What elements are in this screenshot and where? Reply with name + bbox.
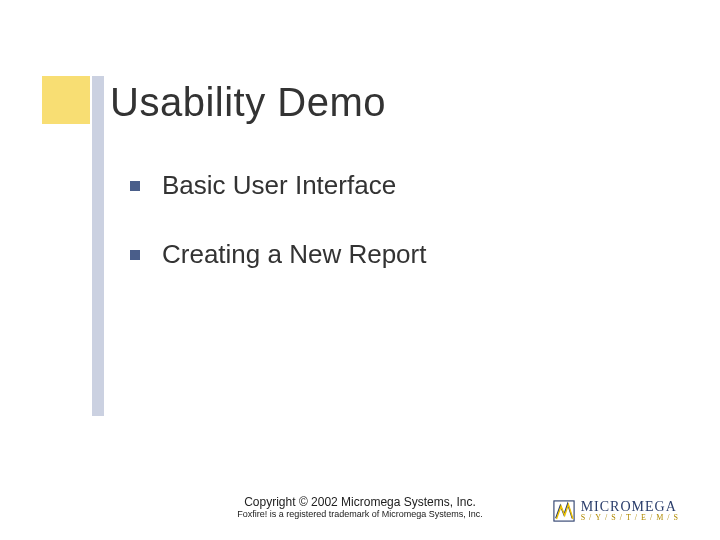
logo-subline: S/Y/S/T/E/M/S: [581, 514, 682, 522]
bullet-list: Basic User Interface Creating a New Repo…: [130, 170, 426, 308]
slide-title: Usability Demo: [110, 80, 386, 125]
title-accent-stripe: [92, 76, 104, 416]
list-item: Creating a New Report: [130, 239, 426, 270]
copyright-line: Copyright © 2002 Micromega Systems, Inc.: [237, 495, 483, 509]
logo-text-block: MICROMEGA S/Y/S/T/E/M/S: [581, 500, 682, 522]
title-accent-block: [42, 76, 90, 124]
footer-text: Copyright © 2002 Micromega Systems, Inc.…: [237, 495, 483, 520]
list-item: Basic User Interface: [130, 170, 426, 201]
logo-name: MICROMEGA: [581, 500, 682, 514]
bullet-icon: [130, 181, 140, 191]
bullet-text: Creating a New Report: [162, 239, 426, 270]
micromega-logo: MICROMEGA S/Y/S/T/E/M/S: [553, 500, 682, 522]
logo-mark-icon: [553, 500, 575, 522]
bullet-text: Basic User Interface: [162, 170, 396, 201]
bullet-icon: [130, 250, 140, 260]
trademark-line: Foxfire! is a registered trademark of Mi…: [237, 509, 483, 520]
